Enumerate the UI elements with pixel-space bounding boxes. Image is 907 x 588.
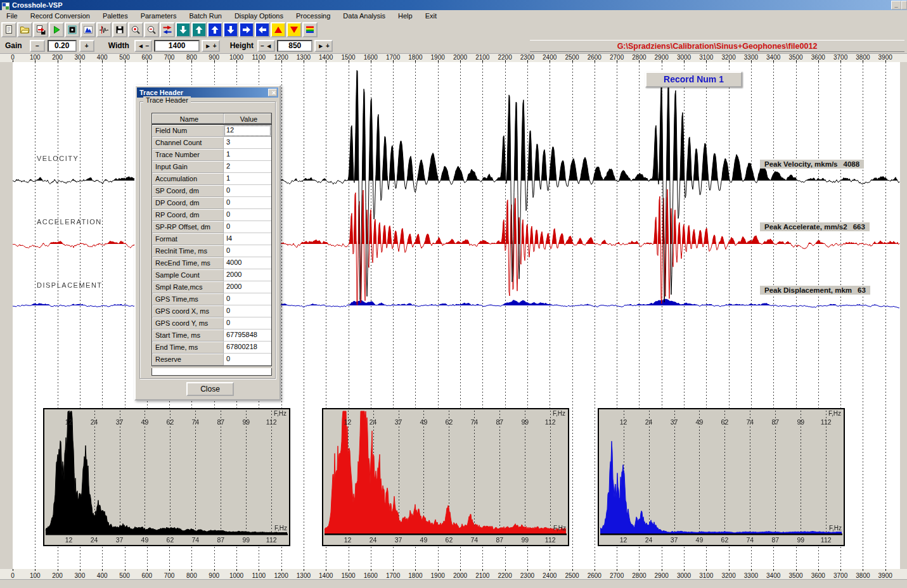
maximize-button[interactable] bbox=[901, 1, 907, 10]
field-value-cell[interactable]: 12 bbox=[224, 125, 271, 137]
menu-item-help[interactable]: Help bbox=[392, 11, 419, 20]
peak-displacement-text: Peak Displacement, mkm bbox=[764, 286, 852, 294]
gain-value-field[interactable]: 0.20 bbox=[48, 40, 77, 52]
width-increase-button[interactable]: ► + bbox=[202, 40, 220, 52]
freq-tick-label: 112 bbox=[821, 418, 832, 426]
menu-item-file[interactable]: File bbox=[0, 11, 24, 20]
peak-displacement-value: 63 bbox=[858, 286, 866, 294]
ruler-tick bbox=[259, 569, 259, 571]
record-num-button[interactable]: Record Num 1 bbox=[645, 72, 742, 87]
ruler-tick bbox=[818, 569, 819, 571]
minimize-button[interactable]: _ bbox=[891, 1, 901, 10]
move-right-icon bbox=[241, 25, 252, 35]
width-value-field[interactable]: 1400 bbox=[154, 40, 200, 52]
menu-item-batch-run[interactable]: Batch Run bbox=[183, 11, 228, 20]
toolbar-button-play[interactable] bbox=[49, 22, 64, 37]
toolbar-button-move-up[interactable] bbox=[207, 22, 222, 37]
field-value-cell[interactable]: 67800218 bbox=[224, 342, 271, 354]
field-value-cell[interactable]: 2 bbox=[224, 161, 271, 173]
ruler-label: 600 bbox=[141, 572, 152, 579]
freq-tick-label: 12 bbox=[620, 418, 627, 426]
toolbar-button-move-left[interactable] bbox=[255, 22, 270, 37]
peak-acceleration-value: 663 bbox=[853, 223, 865, 231]
freq-tick-label: 49 bbox=[420, 536, 428, 544]
ruler-label: 100 bbox=[30, 572, 41, 579]
move-down-icon bbox=[226, 25, 236, 35]
field-value-cell[interactable]: 3 bbox=[224, 137, 271, 149]
toolbar-button-waveform[interactable] bbox=[96, 22, 112, 37]
field-value-cell[interactable]: 0 bbox=[224, 317, 271, 329]
window-title: Crosshole-VSP bbox=[12, 1, 62, 9]
menu-item-data-analysis[interactable]: Data Analysis bbox=[337, 11, 392, 20]
menu-item-display-options[interactable]: Display Options bbox=[228, 11, 290, 20]
toolbar-button-move-right[interactable] bbox=[239, 22, 254, 37]
toolbar-button-stop[interactable] bbox=[65, 22, 80, 37]
toolbar-button-swap-arrows[interactable] bbox=[160, 22, 175, 37]
table-row: Input Gain2 bbox=[152, 161, 271, 173]
freq-tick-label: 74 bbox=[471, 418, 479, 426]
ruler-label: 2300 bbox=[520, 572, 534, 579]
scroll-down-icon bbox=[178, 25, 188, 35]
field-value-cell[interactable]: 2000 bbox=[224, 281, 271, 293]
toolbar-button-zoom-out[interactable] bbox=[144, 22, 159, 37]
field-value-cell[interactable]: 0 bbox=[224, 293, 271, 305]
field-value-cell[interactable]: 0 bbox=[224, 209, 271, 221]
field-value-cell[interactable]: 4000 bbox=[224, 257, 271, 269]
trace-label-displacement: DISPLACEMENT bbox=[37, 281, 103, 289]
freq-tick-label: 24 bbox=[91, 536, 98, 544]
width-decrease-button[interactable]: ◄ – bbox=[134, 40, 152, 52]
ruler-label: 2400 bbox=[543, 572, 556, 579]
toolbar-button-convert-save[interactable] bbox=[33, 22, 48, 37]
ruler-label: 1800 bbox=[408, 572, 422, 579]
field-value-cell[interactable]: 1 bbox=[224, 149, 271, 161]
height-increase-button[interactable]: ► + bbox=[314, 40, 333, 52]
field-value-cell[interactable]: 1 bbox=[224, 173, 271, 185]
height-value-field[interactable]: 850 bbox=[277, 40, 312, 52]
freq-tick-label: 24 bbox=[91, 418, 98, 426]
menu-item-palettes[interactable]: Palettes bbox=[96, 11, 134, 20]
field-name-cell: Reserve bbox=[152, 354, 224, 366]
field-value-cell[interactable]: 0 bbox=[224, 185, 271, 197]
ruler-label: 1900 bbox=[431, 572, 445, 579]
ruler-label: 1700 bbox=[386, 572, 400, 579]
swap-arrows-icon bbox=[162, 25, 172, 35]
freq-tick-label: 37 bbox=[395, 536, 402, 544]
gain-decrease-button[interactable]: – bbox=[30, 40, 45, 52]
toolbar-button-peaks[interactable] bbox=[80, 22, 96, 37]
field-value-cell[interactable]: 67795848 bbox=[224, 329, 271, 342]
field-name-cell: RecEnd Time, ms bbox=[152, 257, 224, 269]
palette-icon bbox=[305, 25, 315, 35]
toolbar-button-move-down[interactable] bbox=[223, 22, 238, 37]
toolbar-button-save[interactable] bbox=[112, 22, 127, 37]
toolbar-button-scroll-up[interactable] bbox=[191, 22, 207, 37]
field-value-cell[interactable]: 0 bbox=[224, 245, 271, 257]
ruler-tick bbox=[482, 569, 483, 571]
ruler-label: 200 bbox=[52, 572, 63, 579]
field-value-cell[interactable]: 2000 bbox=[224, 269, 271, 281]
menu-item-record-conversion[interactable]: Record Conversion bbox=[24, 11, 96, 20]
field-name-cell: SP-RP Offset, dm bbox=[152, 221, 224, 233]
menu-item-exit[interactable]: Exit bbox=[419, 11, 443, 20]
toolbar-button-open-file[interactable] bbox=[17, 22, 32, 37]
toolbar-button-new-record[interactable] bbox=[1, 22, 16, 37]
field-value-cell[interactable]: 0 bbox=[224, 354, 271, 366]
field-value-cell[interactable]: 0 bbox=[224, 197, 271, 209]
menu-item-processing[interactable]: Processing bbox=[290, 11, 337, 20]
freq-tick-label: 74 bbox=[747, 418, 754, 426]
freq-axis-label-top: F,Hz bbox=[828, 410, 841, 417]
close-button[interactable]: Close bbox=[186, 382, 234, 396]
menu-item-parameters[interactable]: Parameters bbox=[134, 11, 183, 20]
toolbar-button-scroll-down[interactable] bbox=[176, 22, 191, 37]
toolbar-button-amplitude-up[interactable] bbox=[271, 22, 286, 37]
toolbar-button-zoom-in[interactable] bbox=[128, 22, 143, 37]
field-value-cell[interactable]: 0 bbox=[224, 221, 271, 233]
dialog-close-button[interactable]: × bbox=[268, 89, 277, 96]
ruler-label: 3900 bbox=[878, 572, 892, 579]
height-decrease-button[interactable]: – ◄ bbox=[257, 40, 275, 52]
gain-increase-button[interactable]: + bbox=[79, 40, 94, 52]
freq-tick-label: 62 bbox=[446, 536, 453, 544]
toolbar-button-palette[interactable] bbox=[302, 22, 318, 37]
field-value-cell[interactable]: I4 bbox=[224, 233, 271, 245]
field-value-cell[interactable]: 0 bbox=[224, 305, 271, 317]
toolbar-button-amplitude-down[interactable] bbox=[286, 22, 302, 37]
